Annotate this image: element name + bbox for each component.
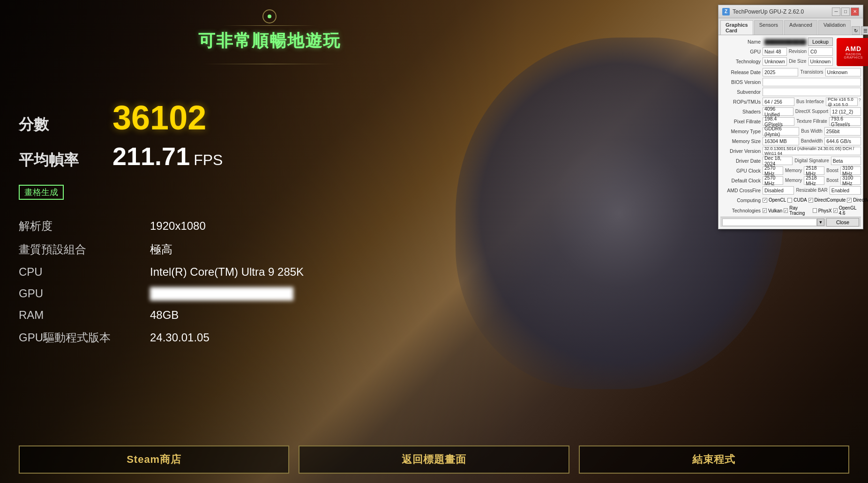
gpuz-default-mem-value: 2518 MHz: [804, 176, 824, 185]
bottom-buttons: Steam商店 返回標題畫面 結束程式: [0, 445, 868, 474]
gpuz-settings-icon[interactable]: ☰: [861, 26, 868, 35]
gpuz-bus-question[interactable]: ?: [859, 98, 861, 106]
gpuz-technology-label: Technology: [720, 59, 763, 64]
gpuz-gpu-dual: Navi 48 Revision C0: [763, 47, 833, 56]
gpuz-driver-date-row: Driver Date Dec 18, 2024 Digital Signatu…: [720, 156, 861, 165]
gpuz-technology-row: Technology Unknown Die Size Unknown: [720, 57, 833, 66]
gpuz-default-boost-label: Boost: [825, 176, 839, 185]
gpuz-lookup-button[interactable]: Lookup: [808, 38, 832, 46]
frame-gen-badge: 畫格生成: [19, 185, 64, 200]
gpuz-tab-graphics-card[interactable]: Graphics Card: [720, 20, 753, 35]
gpuz-computing-row: Computing OpenCL CUDA DirectCompute Dire…: [720, 196, 861, 204]
gpuz-crossfire-dual: Disabled Resizable BAR Enabled: [763, 186, 861, 195]
gpuz-opencl-checkbox: [763, 198, 767, 203]
gpuz-bandwidth-value: 644.6 GB/s: [824, 137, 861, 145]
fps-row: 平均幀率 211.71 FPS: [19, 142, 520, 171]
exit-button[interactable]: 結束程式: [579, 445, 849, 474]
gpuz-memory-clock-value: 2518 MHz: [804, 166, 824, 175]
gpuz-gpu-clock-value: 2570 MHz: [763, 166, 783, 175]
gpuz-icon: Z: [722, 8, 730, 15]
amd-logo-text: AMD: [845, 45, 861, 53]
gpuz-default-clock-dual: 2570 MHz Memory 2518 MHz Boost 3100 MHz: [763, 176, 861, 185]
gpuz-driver-date-value: Dec 18, 2024: [763, 157, 793, 165]
gpuz-bus-width-label: Bus Width: [800, 127, 823, 136]
gpuz-transistors-label: Transistors: [799, 68, 824, 76]
gpuz-technology-value: Unknown: [763, 57, 787, 66]
gpuz-name-field-row: Name ████████████ Lookup: [720, 37, 833, 46]
gpuz-directx-value: 12 (12_2): [830, 107, 861, 116]
cpu-label: CPU: [19, 265, 122, 279]
gpuz-refresh-icon[interactable]: ↻: [852, 26, 860, 35]
steam-button[interactable]: Steam商店: [19, 445, 289, 474]
gpuz-technologies-row: Technologies Vulkan Ray Tracing PhysX Op…: [720, 205, 861, 216]
gpuz-release-date-value: 2025: [763, 68, 798, 76]
gpuz-fillrate-dual: 198.4 GPixel/s Texture Fillrate 793.6 GT…: [763, 117, 861, 126]
driver-label: GPU驅動程式版本: [19, 330, 122, 345]
gpuz-technology-dual: Unknown Die Size Unknown: [763, 57, 833, 66]
performance-label: 可非常順暢地遊玩: [198, 30, 341, 53]
gpuz-maximize-button[interactable]: □: [841, 8, 850, 16]
gpuz-close-button[interactable]: ✕: [851, 8, 859, 16]
gpuz-transistors-value: Unknown: [825, 68, 861, 76]
gpuz-titlebar[interactable]: Z TechPowerUp GPU-Z 2.62.0 ─ □ ✕: [718, 5, 863, 18]
gpuz-physx-checkbox: [813, 208, 817, 213]
gpuz-tab-validation[interactable]: Validation: [818, 20, 851, 35]
gpuz-opengl-checkbox: [833, 208, 838, 213]
quality-value: 極高: [150, 242, 172, 257]
gpuz-tabs: Graphics Card Sensors Advanced Validatio…: [718, 18, 863, 35]
gpuz-memory-size-label: Memory Size: [720, 138, 763, 144]
gpuz-memory-type-row: Memory Type GDDR6 (Hynix) Bus Width 256b…: [720, 127, 861, 136]
gpuz-memory-size-dual: 16304 MB Bandwidth 644.6 GB/s: [763, 137, 861, 145]
top-decoration: 可非常順暢地遊玩: [198, 9, 341, 66]
resolution-label: 解析度: [19, 219, 122, 234]
gpuz-title: TechPowerUp GPU-Z 2.62.0: [733, 8, 832, 15]
gpuz-name-label: Name: [720, 39, 763, 45]
ram-value: 48GB: [150, 309, 179, 322]
gpu-row: GPU ██████████████████: [19, 287, 520, 300]
gpuz-rops-label: ROPs/TMUs: [720, 99, 763, 105]
gpuz-default-clock-value: 2570 MHz: [763, 176, 783, 185]
quality-row: 畫質預設組合 極高: [19, 242, 520, 257]
home-button[interactable]: 返回標題畫面: [299, 445, 569, 474]
score-label: 分數: [19, 114, 94, 135]
gpuz-pixel-value: 198.4 GPixel/s: [763, 117, 794, 126]
gpuz-default-clock-label: Default Clock: [720, 178, 763, 183]
gpuz-window-controls: ─ □ ✕: [832, 8, 859, 16]
gpuz-minimize-button[interactable]: ─: [832, 8, 840, 16]
gpuz-texture-value: 793.6 GTexel/s: [829, 117, 861, 126]
gpuz-clock-row: GPU Clock 2570 MHz Memory 2518 MHz Boost…: [720, 166, 861, 175]
title-area: 可非常順暢地遊玩: [198, 30, 341, 62]
gpuz-name-section: Name ████████████ Lookup GPU Navi 48 Rev…: [720, 37, 833, 67]
gpuz-driver-date-label: Driver Date: [720, 158, 763, 164]
gpuz-opengl-label: OpenGL 4.6: [839, 205, 861, 216]
gpuz-rops-row: ROPs/TMUs 64 / 256 Bus Interface PCIe x1…: [720, 97, 861, 106]
gpuz-memory-type-value: GDDR6 (Hynix): [763, 127, 799, 136]
gpuz-revision-value: C0: [808, 47, 833, 56]
gpuz-raytracing-checkbox: [784, 208, 788, 213]
gpuz-default-clock-row: Default Clock 2570 MHz Memory 2518 MHz B…: [720, 176, 861, 185]
gpuz-subvendor-value: [763, 88, 861, 96]
score-value: 36102: [112, 98, 206, 137]
fps-unit: FPS: [194, 151, 223, 169]
gpuz-tab-advanced[interactable]: Advanced: [784, 20, 817, 35]
deco-line2: [204, 64, 335, 64]
gpuz-die-size-value: Unknown: [808, 57, 833, 66]
quality-label: 畫質預設組合: [19, 242, 122, 257]
gpuz-cuda-label: CUDA: [793, 197, 807, 203]
gpuz-name-value: ████████████: [763, 38, 808, 46]
gpuz-dropdown-icon[interactable]: ▼: [817, 219, 824, 226]
score-row: 分數 36102: [19, 98, 520, 137]
gpuz-shaders-label: Shaders: [720, 109, 763, 114]
gpuz-cuda-checkbox: [787, 198, 792, 203]
gpuz-window: Z TechPowerUp GPU-Z 2.62.0 ─ □ ✕ Graphic…: [718, 5, 863, 229]
gpuz-driver-version-value: 32.0.13001.5014 (Adrenalin 24.30.01.05) …: [763, 147, 861, 155]
gpuz-resizable-bar-value: Enabled: [830, 186, 861, 195]
gpuz-tab-sensors[interactable]: Sensors: [754, 20, 783, 35]
gpuz-directml-checkbox: [847, 198, 852, 203]
gpuz-bios-row: BIOS Version: [720, 77, 861, 86]
driver-row: GPU驅動程式版本 24.30.01.05: [19, 330, 520, 345]
gpuz-close-button-bottom[interactable]: Close: [826, 218, 859, 226]
resolution-row: 解析度 1920x1080: [19, 219, 520, 234]
amd-logo-sub: RADEONGRAPHICS: [844, 53, 863, 59]
gpuz-digital-sig-value: Beta: [831, 157, 861, 165]
